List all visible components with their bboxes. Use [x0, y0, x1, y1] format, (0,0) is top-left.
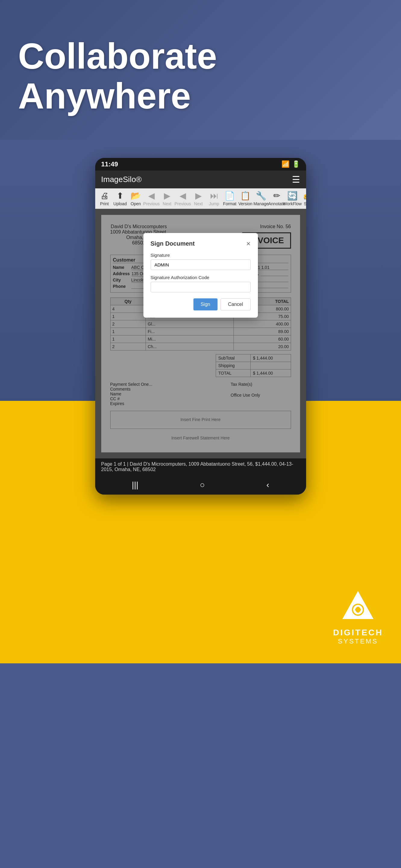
next1-icon: ▶: [164, 191, 170, 201]
jump-icon: ⏭: [210, 191, 219, 201]
previous1-button[interactable]: ◀ Previous: [144, 190, 159, 207]
workflow-button[interactable]: 🔄 WorkFlow: [285, 190, 300, 207]
manage-button[interactable]: 🔧 Manage: [254, 190, 269, 207]
toolbar: 🖨 Print ⬆ Upload 📂 Open ◀ Previous ▶ Nex…: [95, 188, 306, 209]
previous2-button[interactable]: ◀ Previous: [175, 190, 191, 207]
yellow-section: DIGITECH SYSTEMS: [0, 513, 401, 663]
nav-home-button[interactable]: ○: [200, 480, 205, 490]
previous2-label: Previous: [174, 201, 191, 206]
previous1-icon: ◀: [148, 191, 155, 201]
auth-code-label: Signature Authorization Code: [151, 275, 250, 280]
open-label: Open: [130, 201, 141, 206]
print-icon: 🖨: [100, 191, 109, 201]
next2-label: Next: [194, 201, 203, 206]
sign-button[interactable]: ✍ Sign: [301, 190, 306, 207]
nav-bar: ||| ○ ‹: [95, 475, 306, 495]
hamburger-icon[interactable]: ☰: [292, 174, 300, 185]
status-bottom-bar: Page 1 of 1 | David D's Microcomputers, …: [95, 458, 306, 475]
format-button[interactable]: 📄 Format: [222, 190, 237, 207]
version-icon: 📋: [240, 191, 250, 201]
signature-input[interactable]: [151, 259, 250, 270]
annotate-icon: ✏: [273, 191, 280, 201]
open-icon: 📂: [130, 191, 141, 201]
print-label: Print: [100, 201, 109, 206]
workflow-icon: 🔄: [287, 191, 298, 201]
next1-label: Next: [163, 201, 171, 206]
modal-cancel-button[interactable]: Cancel: [221, 299, 250, 310]
status-bottom-text: Page 1 of 1 | David D's Microcomputers, …: [101, 461, 294, 472]
sign-label: Sign: [304, 201, 306, 206]
mobile-device: 11:49 📶 🔋 ImageSilo® ☰ 🖨 Print ⬆ Upload …: [95, 158, 306, 495]
upload-label: Upload: [113, 201, 127, 206]
workflow-label: WorkFlow: [283, 201, 302, 206]
auth-code-field: Signature Authorization Code: [151, 275, 250, 292]
upload-icon: ⬆: [116, 191, 124, 201]
nav-back-button[interactable]: ‹: [266, 480, 269, 490]
annotate-label: Annotate: [268, 201, 285, 206]
status-time: 11:49: [101, 160, 118, 168]
modal-actions: Sign Cancel: [151, 299, 250, 310]
jump-label: Jump: [209, 201, 219, 206]
modal-sign-button[interactable]: Sign: [193, 299, 218, 310]
version-label: Version: [238, 201, 253, 206]
sign-document-modal: Sign Document ✕ Signature Signature Auth…: [143, 233, 258, 318]
previous2-icon: ◀: [179, 191, 186, 201]
sign-icon: ✍: [303, 191, 306, 201]
next2-button[interactable]: ▶ Next: [191, 190, 206, 207]
device-wrapper: 11:49 📶 🔋 ImageSilo® ☰ 🖨 Print ⬆ Upload …: [0, 140, 401, 513]
hero-title: Collaborate Anywhere: [18, 36, 383, 116]
format-label: Format: [223, 201, 236, 206]
format-icon: 📄: [225, 191, 235, 201]
status-bar: 11:49 📶 🔋: [95, 158, 306, 170]
auth-code-input[interactable]: [151, 282, 250, 292]
upload-button[interactable]: ⬆ Upload: [113, 190, 128, 207]
open-button[interactable]: 📂 Open: [128, 190, 143, 207]
hero-section: Collaborate Anywhere: [0, 0, 401, 140]
annotate-button[interactable]: ✏ Annotate: [269, 190, 285, 207]
jump-button[interactable]: ⏭ Jump: [207, 190, 222, 207]
digitech-logo: DIGITECH SYSTEMS: [333, 589, 383, 645]
modal-header: Sign Document ✕: [151, 240, 250, 247]
nav-menu-button[interactable]: |||: [132, 480, 138, 490]
manage-label: Manage: [254, 201, 269, 206]
next1-button[interactable]: ▶ Next: [160, 190, 175, 207]
version-button[interactable]: 📋 Version: [238, 190, 253, 207]
signature-field: Signature: [151, 253, 250, 270]
digitech-logo-icon: [340, 589, 376, 625]
status-icons: 📶 🔋: [281, 160, 300, 168]
logo-text-digitech: DIGITECH: [333, 628, 383, 638]
app-title: ImageSilo®: [101, 175, 142, 184]
modal-overlay: Sign Document ✕ Signature Signature Auth…: [95, 209, 306, 458]
battery-icon: 🔋: [292, 160, 300, 168]
previous1-label: Previous: [143, 201, 159, 206]
document-area: David D's Microcomputers 1009 Abbatantuo…: [95, 209, 306, 458]
wifi-icon: 📶: [281, 160, 290, 168]
modal-title: Sign Document: [151, 240, 195, 247]
modal-close-button[interactable]: ✕: [246, 241, 250, 247]
signature-label: Signature: [151, 253, 250, 258]
manage-icon: 🔧: [256, 191, 266, 201]
app-bar: ImageSilo® ☰: [95, 170, 306, 188]
logo-text-systems: SYSTEMS: [338, 638, 378, 645]
print-button[interactable]: 🖨 Print: [97, 190, 112, 207]
next2-icon: ▶: [195, 191, 202, 201]
